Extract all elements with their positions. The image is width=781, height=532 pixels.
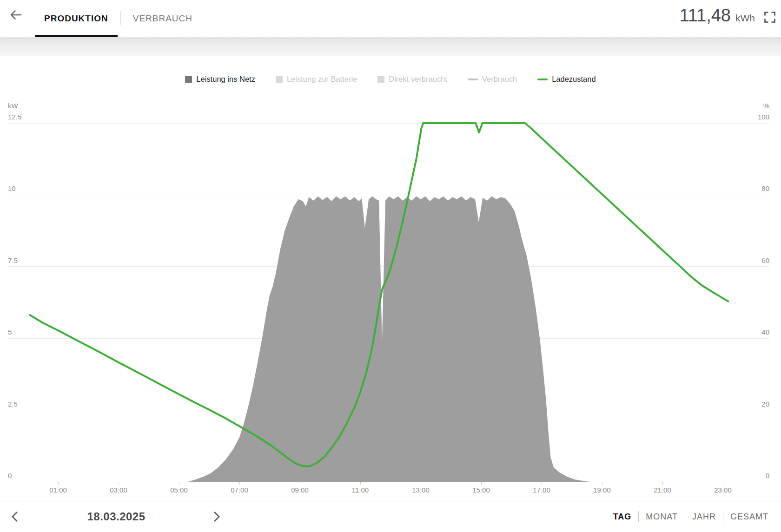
- left-axis-tick-label: 2.5: [8, 400, 18, 408]
- legend-item-leistung-ins-netz[interactable]: Leistung ins Netz: [185, 75, 255, 84]
- tab-verbrauch-label: VERBRAUCH: [133, 13, 192, 24]
- right-axis-tick-label: 40: [761, 328, 769, 336]
- total-value: 111,48: [679, 6, 731, 26]
- total-energy: 111,48 kWh: [679, 6, 755, 26]
- chevron-left-icon: [8, 510, 21, 523]
- back-button[interactable]: [7, 7, 24, 23]
- legend-label: Ladezustand: [552, 75, 596, 84]
- view-switcher: TAG MONAT JAHR GESAMT: [606, 501, 775, 532]
- chart-legend: Leistung ins NetzLeistung zur BatterieDi…: [0, 75, 781, 84]
- legend-label: Leistung zur Batterie: [287, 75, 357, 84]
- legend-swatch-leistung-ins-netz: [185, 76, 192, 83]
- x-tick-label: 19:00: [593, 486, 611, 494]
- right-axis-tick-label: 20: [761, 400, 769, 408]
- fullscreen-icon: [763, 11, 776, 24]
- legend-label: Leistung ins Netz: [196, 75, 255, 84]
- header-shadow-band: [0, 37, 781, 56]
- left-axis-tick-label: 10: [8, 184, 16, 192]
- right-axis-tick-label: 0: [766, 472, 769, 479]
- right-axis-unit: %: [763, 102, 769, 110]
- left-axis-tick-label: 12.5: [8, 113, 21, 121]
- legend-item-direkt-verbraucht[interactable]: Direkt verbraucht: [377, 75, 447, 84]
- x-tick-label: 11:00: [352, 486, 369, 494]
- arrow-left-icon: [9, 8, 23, 22]
- chevron-right-icon: [210, 510, 223, 523]
- x-tick-label: 17:00: [533, 486, 550, 494]
- area-leistung-ins-netz: [188, 197, 590, 482]
- prev-day-button[interactable]: [8, 510, 21, 523]
- tab-verbrauch[interactable]: VERBRAUCH: [124, 0, 202, 37]
- x-tick-label: 13:00: [412, 486, 430, 494]
- fullscreen-button[interactable]: [762, 10, 777, 25]
- x-tick-label: 15:00: [472, 486, 490, 494]
- view-gesamt[interactable]: GESAMT: [723, 512, 775, 522]
- tab-divider: [120, 11, 121, 25]
- legend-label: Direkt verbraucht: [389, 75, 447, 84]
- x-tick-label: 01:00: [49, 486, 67, 494]
- x-tick-label: 07:00: [231, 486, 248, 494]
- legend-label: Verbrauch: [482, 75, 517, 84]
- x-tick-label: 21:00: [654, 486, 671, 494]
- legend-swatch-leistung-zur-batterie: [276, 76, 283, 83]
- right-axis-tick-label: 100: [758, 113, 769, 121]
- tab-bar: PRODUKTION VERBRAUCH: [35, 0, 202, 37]
- x-tick-label: 09:00: [291, 486, 309, 494]
- view-tag[interactable]: TAG: [606, 512, 639, 522]
- legend-item-leistung-zur-batterie[interactable]: Leistung zur Batterie: [276, 75, 357, 84]
- left-axis-tick-label: 5: [8, 328, 12, 336]
- legend-swatch-verbrauch: [468, 79, 478, 80]
- total-unit: kWh: [735, 13, 755, 24]
- x-tick-label: 03:00: [110, 486, 127, 494]
- left-axis-tick-label: 0: [8, 472, 12, 479]
- date-label[interactable]: 18.03.2025: [65, 501, 167, 532]
- right-axis-tick-label: 80: [761, 184, 769, 192]
- next-day-button[interactable]: [210, 510, 223, 523]
- view-monat[interactable]: MONAT: [639, 512, 685, 522]
- tab-produktion[interactable]: PRODUKTION: [35, 0, 118, 37]
- right-axis-tick-label: 60: [761, 256, 769, 264]
- x-tick-label: 23:00: [714, 486, 732, 494]
- left-axis-tick-label: 7.5: [8, 256, 18, 264]
- legend-item-ladezustand[interactable]: Ladezustand: [537, 75, 596, 84]
- legend-item-verbrauch[interactable]: Verbrauch: [468, 75, 517, 84]
- tab-produktion-label: PRODUKTION: [44, 13, 108, 24]
- left-axis-unit: kW: [8, 102, 19, 110]
- footer: 18.03.2025 TAG MONAT JAHR GESAMT: [0, 501, 781, 532]
- view-jahr[interactable]: JAHR: [685, 512, 723, 522]
- active-tab-underline: [35, 35, 118, 37]
- header: PRODUKTION VERBRAUCH 111,48 kWh: [0, 0, 781, 37]
- legend-swatch-ladezustand: [537, 79, 548, 80]
- x-tick-label: 05:00: [170, 486, 188, 494]
- legend-swatch-direkt-verbraucht: [377, 76, 384, 83]
